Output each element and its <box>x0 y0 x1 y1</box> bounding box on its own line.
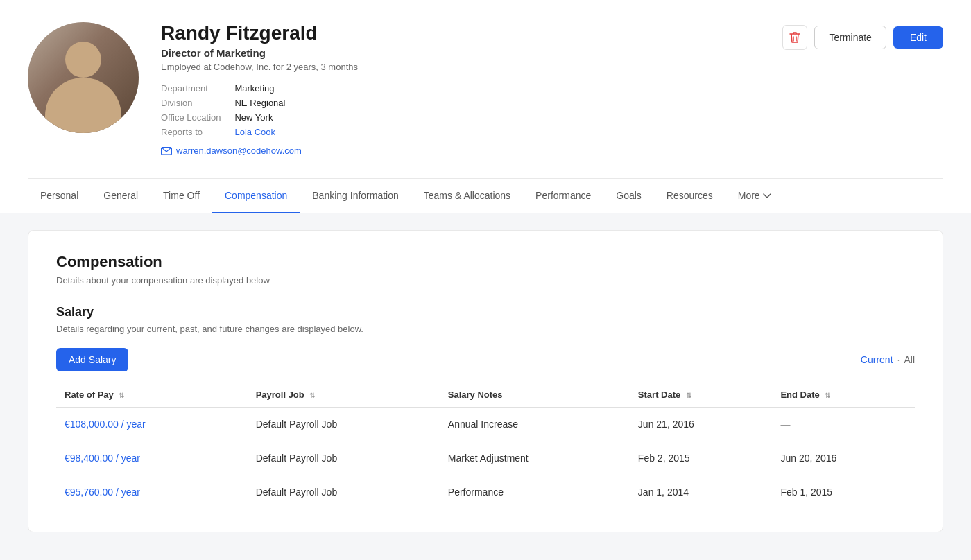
compensation-card: Compensation Details about your compensa… <box>28 230 943 532</box>
salary-table-header: Rate of Pay ⇅ Payroll Job ⇅ Salary Notes… <box>56 383 915 408</box>
start-row1: Jun 21, 2016 <box>630 408 773 441</box>
col-notes: Salary Notes <box>440 383 630 408</box>
email-address: warren.dawson@codehow.com <box>176 146 302 156</box>
profile-employed: Employed at Codehow, Inc. for 2 years, 3… <box>161 62 760 72</box>
profile-top: Randy Fitzgerald Director of Marketing E… <box>28 22 943 173</box>
reports-value[interactable]: Lola Cook <box>234 127 760 137</box>
compensation-title: Compensation <box>56 253 915 271</box>
compensation-subtitle: Details about your compensation are disp… <box>56 275 915 286</box>
profile-info: Randy Fitzgerald Director of Marketing E… <box>161 22 760 156</box>
svg-rect-0 <box>162 148 171 155</box>
salary-subtitle: Details regarding your current, past, an… <box>56 324 915 334</box>
add-salary-button[interactable]: Add Salary <box>56 348 128 371</box>
delete-button[interactable] <box>782 25 807 50</box>
division-value: NE Regional <box>234 98 760 108</box>
sort-icon-payroll[interactable]: ⇅ <box>309 392 315 399</box>
tab-time-off[interactable]: Time Off <box>151 179 212 213</box>
payroll-row1: Default Payroll Job <box>248 408 440 441</box>
profile-actions: Terminate Edit <box>782 22 943 50</box>
profile-details: Department Marketing Division NE Regiona… <box>161 83 760 137</box>
department-value: Marketing <box>234 83 760 94</box>
salary-table-header-row: Rate of Pay ⇅ Payroll Job ⇅ Salary Notes… <box>56 383 915 408</box>
salary-table: Rate of Pay ⇅ Payroll Job ⇅ Salary Notes… <box>56 383 915 509</box>
page-wrapper: Randy Fitzgerald Director of Marketing E… <box>0 0 971 560</box>
notes-row2: Market Adjustment <box>440 441 630 475</box>
office-value: New York <box>234 112 760 123</box>
rate-row1[interactable]: €108,000.00 / year <box>56 408 248 441</box>
filter-separator: · <box>897 354 900 365</box>
main-content: Compensation Details about your compensa… <box>0 213 971 549</box>
profile-job-title: Director of Marketing <box>161 47 760 59</box>
tab-resources[interactable]: Resources <box>654 179 725 213</box>
end-row3: Feb 1, 2015 <box>772 475 915 509</box>
col-start: Start Date ⇅ <box>630 383 773 408</box>
tab-performance[interactable]: Performance <box>523 179 603 213</box>
tab-compensation[interactable]: Compensation <box>212 179 300 213</box>
table-row: €98,400.00 / year Default Payroll Job Ma… <box>56 441 915 475</box>
chevron-down-icon <box>763 190 771 201</box>
profile-header: Randy Fitzgerald Director of Marketing E… <box>0 0 971 213</box>
end-row1: — <box>772 408 915 441</box>
avatar-image <box>28 22 139 133</box>
office-label: Office Location <box>161 112 221 123</box>
tab-banking[interactable]: Banking Information <box>300 179 411 213</box>
terminate-button[interactable]: Terminate <box>814 26 886 49</box>
end-row2: Jun 20, 2016 <box>772 441 915 475</box>
tab-personal[interactable]: Personal <box>28 179 91 213</box>
salary-title: Salary <box>56 305 915 320</box>
rate-row2[interactable]: €98,400.00 / year <box>56 441 248 475</box>
start-row3: Jan 1, 2014 <box>630 475 773 509</box>
payroll-row3: Default Payroll Job <box>248 475 440 509</box>
tab-more[interactable]: More <box>725 179 784 213</box>
col-end: End Date ⇅ <box>772 383 915 408</box>
notes-row3: Performance <box>440 475 630 509</box>
filter-links: Current · All <box>861 354 915 365</box>
profile-name: Randy Fitzgerald <box>161 22 760 44</box>
tab-goals[interactable]: Goals <box>603 179 654 213</box>
sort-icon-start[interactable]: ⇅ <box>686 392 691 399</box>
start-row2: Feb 2, 2015 <box>630 441 773 475</box>
col-payroll: Payroll Job ⇅ <box>248 383 440 408</box>
email-icon <box>161 147 172 155</box>
tab-teams[interactable]: Teams & Allocations <box>411 179 523 213</box>
avatar <box>28 22 139 133</box>
tab-general[interactable]: General <box>91 179 151 213</box>
payroll-row2: Default Payroll Job <box>248 441 440 475</box>
sort-icon-end[interactable]: ⇅ <box>825 392 830 399</box>
col-rate: Rate of Pay ⇅ <box>56 383 248 408</box>
division-label: Division <box>161 98 221 108</box>
salary-controls: Add Salary Current · All <box>56 348 915 371</box>
table-row: €95,760.00 / year Default Payroll Job Pe… <box>56 475 915 509</box>
navigation-tabs: Personal General Time Off Compensation B… <box>28 178 943 213</box>
notes-row1: Annual Increase <box>440 408 630 441</box>
table-row: €108,000.00 / year Default Payroll Job A… <box>56 408 915 441</box>
edit-button[interactable]: Edit <box>893 26 943 49</box>
salary-table-body: €108,000.00 / year Default Payroll Job A… <box>56 408 915 509</box>
reports-label: Reports to <box>161 127 221 137</box>
filter-current[interactable]: Current <box>861 354 893 365</box>
rate-row3[interactable]: €95,760.00 / year <box>56 475 248 509</box>
profile-email[interactable]: warren.dawson@codehow.com <box>161 146 760 156</box>
filter-all[interactable]: All <box>904 354 915 365</box>
sort-icon-rate[interactable]: ⇅ <box>119 392 124 399</box>
department-label: Department <box>161 83 221 94</box>
